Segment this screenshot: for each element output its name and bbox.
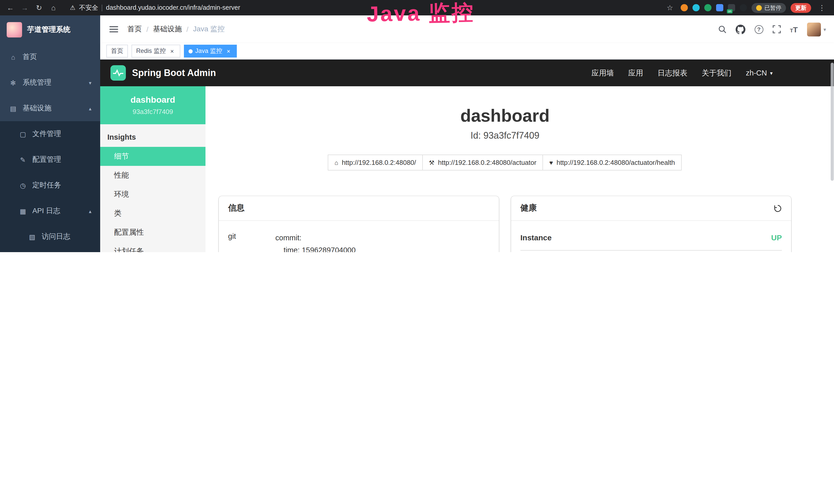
extension-icon[interactable] — [716, 4, 723, 11]
locale-selector[interactable]: zh-CN ▾ — [746, 69, 773, 77]
instance-title: dashboard — [219, 106, 791, 126]
spring-boot-admin-logo-icon — [110, 65, 126, 81]
sidebar-item-label: 基础设施 — [23, 104, 51, 113]
infrastructure-icon: ▤ — [9, 105, 18, 112]
row-key: git — [228, 232, 275, 252]
breadcrumb: 首页 / 基础设施 / Java 监控 — [127, 25, 225, 34]
sidebar-item-config-manage[interactable]: ✎ 配置管理 — [0, 147, 100, 173]
actuator-url-link[interactable]: ⚒ http://192.168.0.2:48080/actuator — [422, 155, 543, 170]
main-area: 首页 / 基础设施 / Java 监控 ? — [100, 16, 834, 252]
scrollbar[interactable] — [831, 61, 834, 252]
instance-links: ⌂ http://192.168.0.2:48080/ ⚒ http://192… — [219, 155, 791, 170]
tag-java-monitor[interactable]: Java 监控 × — [184, 45, 237, 58]
sba-item-metrics[interactable]: 性能 — [100, 166, 205, 185]
nav-journal[interactable]: 日志报表 — [658, 68, 687, 78]
sba-item-scheduled-tasks[interactable]: 计划任务 — [100, 242, 205, 252]
app-sidebar: 芋道管理系统 ⌂ 首页 ✻ 系统管理 ▾ ▤ 基础设施 ▴ — [0, 16, 100, 252]
tag-home[interactable]: 首页 — [106, 45, 128, 58]
profile-paused-badge[interactable]: 已暂停 — [751, 3, 786, 13]
avatar — [807, 22, 821, 36]
instance-summary[interactable]: dashboard 93a3fc7f7409 — [100, 86, 205, 124]
chevron-down-icon: ▾ — [89, 80, 91, 86]
scrollbar-thumb[interactable] — [831, 63, 834, 181]
sidebar-item-file-manage[interactable]: ▢ 文件管理 — [0, 121, 100, 147]
cards-row: 信息 git commit: time: 1596289704000 id: 2 — [219, 196, 791, 252]
sidebar-item-home[interactable]: ⌂ 首页 — [0, 44, 100, 70]
extension-icon[interactable] — [693, 4, 700, 11]
omnibox-divider — [102, 4, 103, 11]
chevron-up-icon: ▴ — [89, 208, 91, 214]
help-icon[interactable]: ? — [754, 25, 763, 33]
annotation-java-monitor: Java 监控 — [367, 0, 475, 29]
service-url-link[interactable]: ⌂ http://192.168.0.2:48080/ — [328, 155, 423, 170]
extension-icon[interactable] — [740, 4, 747, 11]
sba-item-details[interactable]: 细节 — [100, 147, 205, 166]
health-url-link[interactable]: ♥ http://192.168.0.2:48080/actuator/heal… — [543, 155, 681, 170]
sba-item-environment[interactable]: 环境 — [100, 185, 205, 204]
sidebar-item-system-manage[interactable]: ✻ 系统管理 ▾ — [0, 70, 100, 95]
back-icon[interactable]: ← — [4, 2, 17, 13]
sidebar-item-label: 定时任务 — [32, 181, 61, 190]
fullscreen-icon[interactable] — [772, 25, 781, 33]
sidebar-item-error-log[interactable]: ▨ 错误日志 — [0, 250, 100, 252]
browser-menu-icon[interactable]: ⋮ — [816, 2, 828, 13]
forward-icon[interactable]: → — [19, 2, 31, 13]
sidebar-item-infrastructure[interactable]: ▤ 基础设施 ▴ — [0, 95, 100, 121]
browser-home-icon[interactable]: ⌂ — [47, 2, 60, 13]
emoji-face-icon — [756, 5, 762, 10]
font-size-icon[interactable]: TT — [790, 25, 798, 33]
breadcrumb-item[interactable]: 首页 — [127, 25, 142, 34]
breadcrumb-item[interactable]: 基础设施 — [153, 25, 182, 34]
sidebar-item-scheduled-jobs[interactable]: ◷ 定时任务 — [0, 173, 100, 198]
app-logo[interactable]: 芋道管理系统 — [0, 16, 100, 44]
sidebar-item-access-log[interactable]: ▧ 访问日志 — [0, 224, 100, 250]
sba-brand-title[interactable]: Spring Boot Admin — [132, 68, 216, 78]
close-icon[interactable]: × — [225, 47, 232, 55]
nav-wallboard[interactable]: 应用墙 — [592, 68, 614, 78]
tag-label: 首页 — [111, 47, 123, 55]
edit-icon: ✎ — [19, 156, 27, 164]
bookmark-star-icon[interactable]: ☆ — [664, 2, 676, 13]
app-title: 芋道管理系统 — [27, 25, 70, 35]
search-icon[interactable] — [718, 25, 726, 33]
table-row: git commit: time: 1596289704000 id: 27aa… — [228, 230, 489, 252]
sidebar-toggle-icon[interactable] — [108, 24, 119, 35]
breadcrumb-separator: / — [186, 25, 189, 33]
breadcrumb-current: Java 监控 — [193, 25, 225, 34]
history-icon[interactable] — [774, 204, 782, 212]
card-title: 信息 — [228, 203, 244, 214]
link-url: http://192.168.0.2:48080/actuator — [438, 159, 536, 166]
on-badge: on — [727, 9, 732, 13]
user-menu[interactable]: ▾ — [807, 22, 826, 36]
nav-applications[interactable]: 应用 — [628, 68, 643, 78]
extension-icon[interactable] — [704, 4, 711, 11]
url-text: dashboard.yudao.iocoder.cn/infra/admin-s… — [106, 4, 240, 11]
update-button[interactable]: 更新 — [791, 3, 811, 13]
sba-item-configprops[interactable]: 配置属性 — [100, 223, 205, 242]
reload-icon[interactable]: ↻ — [33, 2, 45, 13]
status-badge: UP — [771, 233, 782, 242]
extension-icon[interactable] — [681, 4, 688, 11]
chevron-up-icon: ▴ — [89, 106, 91, 111]
sidebar-item-api-log[interactable]: ▦ API 日志 ▴ — [0, 198, 100, 224]
github-icon[interactable] — [736, 24, 745, 34]
not-secure-warning-icon: ⚠ — [70, 4, 75, 11]
instance-id: 93a3fc7f7409 — [133, 108, 173, 116]
sidebar-item-label: 首页 — [23, 52, 37, 62]
not-secure-label: 不安全 — [79, 3, 98, 12]
sba-navbar: Spring Boot Admin 应用墙 应用 日志报表 关于我们 zh-CN… — [100, 60, 834, 86]
home-icon: ⌂ — [334, 159, 338, 166]
logo-image — [7, 22, 22, 38]
heart-icon: ♥ — [549, 159, 553, 166]
instance-name: dashboard — [130, 95, 175, 105]
extension-icon[interactable]: on — [728, 4, 735, 11]
infrastructure-submenu: ▢ 文件管理 ✎ 配置管理 ◷ 定时任务 ▦ API 日志 ▴ — [0, 121, 100, 252]
close-icon[interactable]: × — [169, 47, 176, 55]
nav-about[interactable]: 关于我们 — [702, 68, 731, 78]
sba-nav-links: 应用墙 应用 日志报表 关于我们 zh-CN ▾ — [592, 68, 824, 78]
sba-item-beans[interactable]: 类 — [100, 204, 205, 223]
table-row: Instance UP — [520, 230, 782, 251]
info-card: 信息 git commit: time: 1596289704000 id: 2 — [219, 196, 499, 252]
tag-redis-monitor[interactable]: Redis 监控 × — [132, 45, 180, 58]
address-bar[interactable]: ⚠ 不安全 dashboard.yudao.iocoder.cn/infra/a… — [65, 2, 657, 14]
